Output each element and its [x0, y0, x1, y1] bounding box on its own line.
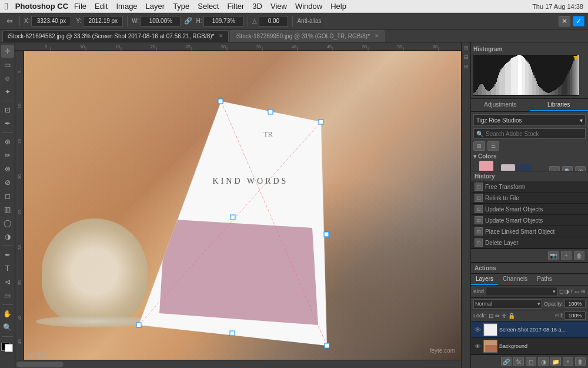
layer-vis-0[interactable]: 👁 — [473, 326, 482, 333]
layers-group-btn[interactable]: 📁 — [550, 357, 561, 366]
library-dropdown[interactable]: Tigz Rice Studios ▾ — [473, 114, 586, 126]
adjust-collapse-btn[interactable]: ⊟ — [462, 53, 470, 61]
menu-view[interactable]: View — [270, 2, 287, 11]
tool-magic-wand[interactable]: ✦ — [1, 85, 14, 98]
canvas-inner[interactable]: TR KIND WORDS — [24, 51, 461, 360]
tool-move[interactable]: ✛ — [1, 45, 14, 58]
confirm-transform-btn[interactable]: ✓ — [573, 16, 584, 26]
tab-adjustments[interactable]: Adjustments — [471, 99, 530, 111]
tab-doc1-close[interactable]: ✕ — [219, 33, 223, 39]
grid-view-btn[interactable]: ⊞ — [473, 141, 485, 151]
tool-blur[interactable]: ◯ — [1, 217, 14, 230]
h-input[interactable] — [203, 16, 243, 26]
horizontal-scrollbar[interactable] — [15, 360, 461, 368]
link-aspect-icon[interactable]: 🔗 — [183, 17, 193, 25]
color-swatch-pink[interactable] — [479, 161, 493, 171]
filter-shape-icon[interactable]: ▭ — [574, 289, 580, 294]
filter-adj-icon[interactable]: ◑ — [564, 289, 569, 294]
filter-text-icon[interactable]: T — [570, 289, 574, 294]
history-item-0[interactable]: ⊡ Free Transform — [471, 181, 588, 193]
history-item-1[interactable]: ⊡ Relink to File — [471, 193, 588, 204]
tool-crop[interactable]: ⊡ — [1, 104, 14, 117]
history-delete-btn[interactable]: 🗑 — [574, 251, 584, 260]
tool-zoom[interactable]: 🔍 — [1, 321, 14, 334]
menu-window[interactable]: Window — [295, 2, 322, 11]
tool-path-select[interactable]: ⊲ — [1, 276, 14, 289]
tool-text[interactable]: T — [1, 262, 14, 275]
menu-file[interactable]: File — [74, 2, 86, 11]
menu-image[interactable]: Image — [116, 2, 137, 11]
tool-brush[interactable]: ✏ — [1, 149, 14, 162]
cancel-transform-btn[interactable]: ✕ — [559, 16, 570, 26]
library-visibility-btn[interactable]: 👁 — [575, 166, 586, 171]
filter-smart-icon[interactable]: ⊕ — [581, 289, 586, 294]
angle-input[interactable] — [259, 16, 288, 26]
layers-adj-btn[interactable]: ◑ — [538, 357, 549, 366]
histogram-collapse-btn[interactable]: ⊞ — [462, 44, 470, 52]
tab-doc2-close[interactable]: ✕ — [375, 33, 379, 39]
menu-layer[interactable]: Layer — [146, 2, 165, 11]
layers-tab[interactable]: Layers — [471, 274, 498, 285]
fill-input[interactable] — [564, 311, 586, 320]
tool-eyedropper[interactable]: ✒ — [1, 117, 14, 130]
apple-menu[interactable]:  — [5, 1, 8, 12]
color-swatch-light[interactable] — [501, 164, 515, 171]
layer-item-0[interactable]: 👁 Screen Shot 2017-08-16 a... — [471, 321, 588, 338]
tool-heal[interactable]: ⊕ — [1, 135, 14, 148]
tool-eraser[interactable]: ◻ — [1, 190, 14, 203]
tool-hand[interactable]: ✋ — [1, 307, 14, 320]
background-color[interactable] — [5, 344, 13, 352]
layers-delete-btn[interactable]: 🗑 — [575, 357, 586, 366]
channels-tab[interactable]: Channels — [498, 274, 532, 285]
y-input[interactable] — [83, 16, 123, 26]
history-item-5[interactable]: ⊡ Delete Layer — [471, 237, 588, 248]
stock-search-input[interactable] — [486, 131, 583, 137]
history-new-doc-btn[interactable]: + — [561, 251, 572, 260]
history-item-4[interactable]: ⊡ Place Linked Smart Object — [471, 226, 588, 237]
color-swatch-dark[interactable] — [517, 164, 532, 171]
layers-mask-btn[interactable]: ◻ — [526, 357, 536, 366]
tool-clone[interactable]: ⊗ — [1, 163, 14, 175]
lock-transparent-icon[interactable]: ⊡ — [489, 313, 493, 319]
transform-options-icon[interactable]: ⇔ — [4, 15, 15, 27]
tab-doc1[interactable]: iStock-621694562.jpg @ 33.3% (Screen Sho… — [2, 30, 229, 42]
tool-history-brush[interactable]: ⊘ — [1, 176, 14, 189]
filter-pixel-icon[interactable]: ◻ — [559, 289, 563, 294]
library-search-btn[interactable]: 🔍 — [562, 166, 573, 171]
tool-lasso[interactable]: ⌾ — [1, 72, 14, 85]
tool-dodge[interactable]: ◑ — [1, 230, 14, 243]
menu-type[interactable]: Type — [173, 2, 189, 11]
stock-search[interactable]: 🔍 — [473, 128, 586, 139]
history-collapse-btn[interactable]: ⊞ — [462, 62, 470, 71]
layer-vis-1[interactable]: 👁 — [473, 343, 482, 350]
x-input[interactable] — [31, 16, 71, 26]
tool-marquee[interactable]: ▭ — [1, 58, 14, 71]
blend-mode-dropdown[interactable]: Normal ▾ — [473, 299, 542, 309]
tool-shape[interactable]: ▭ — [1, 289, 14, 302]
w-input[interactable] — [141, 16, 181, 26]
foreground-background-color[interactable] — [1, 340, 14, 353]
layer-item-1[interactable]: 👁 Background — [471, 338, 588, 354]
tab-libraries[interactable]: Libraries — [530, 99, 589, 111]
history-item-3[interactable]: ⊡ Update Smart Objects — [471, 215, 588, 226]
history-item-2[interactable]: ⊡ Update Smart Objects — [471, 204, 588, 215]
menu-select[interactable]: Select — [198, 2, 219, 11]
kind-dropdown[interactable]: ▾ — [486, 287, 557, 296]
menu-3d[interactable]: 3D — [252, 2, 262, 11]
tool-pen[interactable]: ✒ — [1, 248, 14, 261]
menu-edit[interactable]: Edit — [95, 2, 108, 11]
menu-help[interactable]: Help — [330, 2, 346, 11]
add-color-btn[interactable]: + — [549, 166, 560, 171]
layers-new-btn[interactable]: + — [563, 357, 573, 366]
menu-filter[interactable]: Filter — [227, 2, 244, 11]
lock-image-icon[interactable]: ✏ — [495, 313, 500, 319]
lock-move-icon[interactable]: ✛ — [502, 313, 506, 319]
paths-tab[interactable]: Paths — [532, 274, 557, 285]
scrollbar-thumb-h[interactable] — [16, 362, 64, 367]
tab-doc2[interactable]: iStock-187289950.jpg @ 31% (GOLD_TR, RGB… — [230, 30, 385, 42]
layers-link-btn[interactable]: 🔗 — [501, 357, 512, 366]
lock-all-icon[interactable]: 🔒 — [508, 313, 515, 319]
tool-gradient[interactable]: ▥ — [1, 203, 14, 216]
list-view-btn[interactable]: ☰ — [487, 141, 499, 151]
layers-fx-btn[interactable]: fx — [513, 357, 524, 366]
